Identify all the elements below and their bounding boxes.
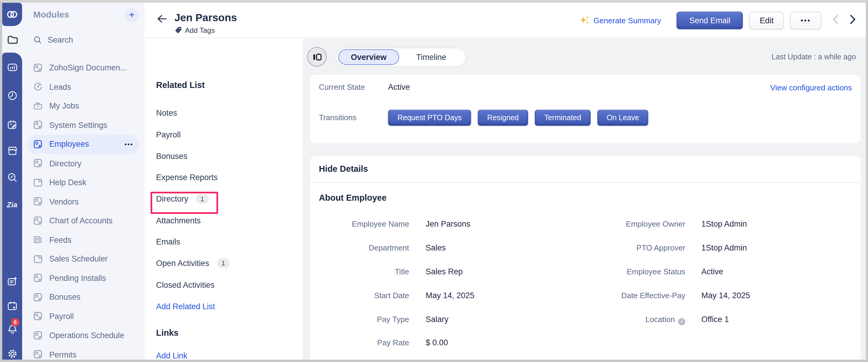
field-value: 1Stop Admin [702, 243, 747, 252]
modules-search[interactable]: Search [33, 33, 145, 47]
transition-resigned-button[interactable]: Resigned [478, 110, 528, 126]
transition-request-pto-button[interactable]: Request PTO Days [388, 110, 471, 126]
hide-details-toggle[interactable]: Hide Details [319, 164, 368, 174]
module-icon [33, 312, 43, 321]
field-label: Employee Name [319, 220, 409, 228]
add-module-button[interactable]: + [125, 8, 139, 22]
info-icon[interactable]: i [678, 318, 685, 325]
add-tags-button[interactable]: Add Tags [174, 26, 237, 34]
related-item-notes[interactable]: Notes [156, 103, 303, 124]
transition-on-leave-button[interactable]: On Leave [597, 110, 648, 126]
rail-item-files[interactable] [2, 26, 22, 53]
module-item-permits[interactable]: Permits [22, 345, 145, 360]
module-item-directory[interactable]: Directory [22, 154, 145, 173]
add-link-link[interactable]: Add Link [156, 350, 303, 361]
module-item-bonuses[interactable]: Bonuses [22, 288, 145, 307]
chevron-left-icon [833, 14, 838, 24]
chevron-right-icon [850, 14, 856, 24]
module-item-employees[interactable]: Employees ••• [28, 135, 139, 154]
next-record-button[interactable] [850, 14, 856, 26]
module-icon [33, 350, 43, 359]
module-item-payroll[interactable]: Payroll [22, 307, 145, 326]
bell-icon[interactable]: 6 [6, 323, 18, 335]
related-list-title: Related List [156, 80, 303, 91]
related-item-emails[interactable]: Emails [156, 231, 303, 253]
view-tabs: Overview Timeline [335, 48, 466, 66]
zia-icon[interactable]: Zia [6, 199, 18, 211]
folder-icon [6, 33, 18, 45]
module-item-help-desk[interactable]: Help Desk [22, 173, 145, 192]
open-activities-count-badge: 1 [217, 258, 229, 268]
field-label: Employee Owner [565, 220, 685, 228]
generate-summary-link[interactable]: Generate Summary [580, 15, 661, 25]
send-email-button[interactable]: Send Email [677, 11, 743, 29]
module-icon [33, 273, 43, 283]
module-item-my-jobs[interactable]: My Jobs [22, 96, 145, 115]
field-value: Sales Rep [426, 267, 463, 276]
sparkle-icon [580, 15, 590, 25]
module-item-leads[interactable]: Leads [22, 77, 145, 96]
related-item-attachments[interactable]: Attachments [156, 210, 303, 231]
field-value: 1Stop Admin [702, 220, 747, 228]
state-card: Current State Active View configured act… [310, 75, 861, 143]
last-update-text: Last Update : a while ago [772, 53, 856, 61]
field-value: Office 1 [702, 315, 729, 324]
field-label: Pay Rate [319, 338, 409, 347]
employees-more-icon[interactable]: ••• [125, 141, 133, 148]
settings-gear-icon[interactable] [6, 347, 18, 360]
back-button[interactable] [157, 14, 166, 25]
icon-rail: Zia [2, 3, 22, 360]
previous-record-button[interactable] [833, 14, 838, 26]
tab-overview[interactable]: Overview [338, 49, 399, 64]
related-item-directory[interactable]: Directory 1 [156, 188, 303, 210]
module-item-zohosign[interactable]: ZohoSign Documen... [22, 58, 145, 77]
calendar-edit-icon[interactable] [6, 119, 18, 131]
transition-terminated-button[interactable]: Terminated [535, 110, 590, 126]
module-icon [33, 63, 43, 73]
tab-timeline[interactable]: Timeline [399, 49, 464, 64]
divider [310, 182, 861, 183]
directory-count-badge: 1 [196, 194, 209, 204]
dashboard-icon[interactable] [6, 61, 18, 73]
module-item-sales-scheduler[interactable]: Sales Scheduler [22, 249, 145, 268]
module-item-system-settings[interactable]: System Settings [22, 115, 145, 135]
field-value: Jen Parsons [426, 220, 470, 228]
field-label: PTO Approver [565, 243, 685, 252]
module-icon [33, 120, 43, 130]
field-label: Employee Status [565, 267, 685, 276]
feed-add-icon[interactable] [6, 276, 18, 288]
calendar-day-icon[interactable] [6, 300, 18, 312]
briefcase-icon [33, 102, 43, 111]
module-item-operations-schedule[interactable]: Operations Schedule [22, 326, 145, 345]
edit-button[interactable]: Edit [749, 11, 784, 29]
clock-icon[interactable] [6, 89, 18, 102]
view-configured-actions-link[interactable]: View configured actions [770, 83, 852, 92]
add-related-list-link[interactable]: Add Related List [156, 296, 303, 317]
module-icon [33, 197, 43, 206]
related-item-closed-activities[interactable]: Closed Activities [156, 274, 303, 296]
module-item-pending-installs[interactable]: Pending Installs [22, 268, 145, 287]
related-item-open-activities[interactable]: Open Activities 1 [156, 253, 303, 274]
field-label: Department [319, 243, 409, 252]
module-item-feeds[interactable]: Feeds [22, 230, 145, 249]
related-item-payroll[interactable]: Payroll [156, 124, 303, 145]
related-item-bonuses[interactable]: Bonuses [156, 145, 303, 167]
zoho-logo[interactable] [2, 3, 22, 26]
modules-panel: Modules + Search ZohoSign Documen... [22, 3, 145, 360]
store-icon[interactable] [6, 145, 18, 157]
field-value: $ 0.00 [426, 338, 448, 347]
details-card: Hide Details About Employee Employee Nam… [310, 156, 861, 360]
layout-toggle-button[interactable] [307, 47, 327, 66]
transitions-label: Transitions [319, 113, 356, 122]
module-item-vendors[interactable]: Vendors [22, 192, 145, 211]
related-item-expense-reports[interactable]: Expense Reports [156, 167, 303, 188]
app-window: Zia [0, 0, 868, 362]
zoom-search-icon[interactable] [6, 171, 18, 184]
tag-icon [174, 26, 182, 34]
module-item-chart-of-accounts[interactable]: Chart of Accounts [22, 211, 145, 230]
more-actions-button[interactable]: ••• [790, 11, 822, 29]
module-icon [33, 331, 43, 340]
modules-list: ZohoSign Documen... Leads My Jobs [22, 58, 145, 360]
field-label: Pay Type [319, 315, 409, 324]
layout-icon [312, 53, 321, 60]
